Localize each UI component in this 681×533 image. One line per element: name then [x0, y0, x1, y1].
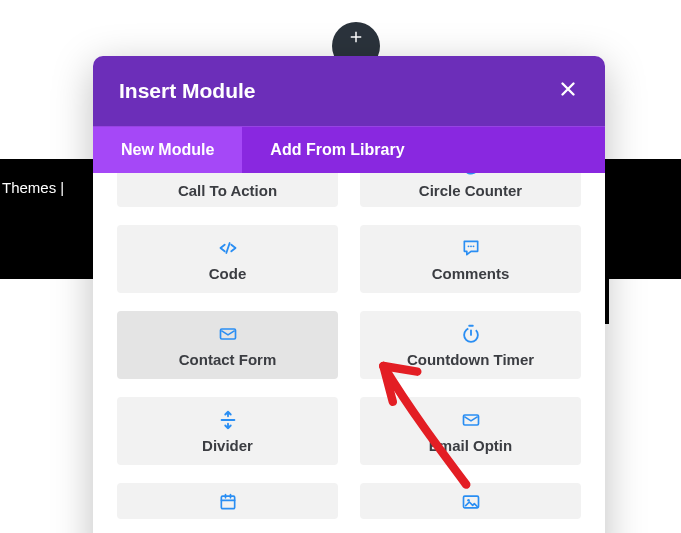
timer-icon — [460, 323, 482, 345]
module-item[interactable] — [360, 483, 581, 519]
modal-title: Insert Module — [119, 79, 256, 103]
svg-rect-7 — [221, 496, 234, 509]
module-divider[interactable]: Divider — [117, 397, 338, 465]
module-label: Countdown Timer — [407, 351, 534, 368]
modal-close-button[interactable] — [557, 78, 579, 104]
module-label: Contact Form — [179, 351, 277, 368]
module-call-to-action[interactable]: Call To Action — [117, 173, 338, 207]
code-icon — [216, 237, 240, 259]
modal-tabs: New Module Add From Library — [93, 126, 605, 173]
insert-module-modal: Insert Module New Module Add From Librar… — [93, 56, 605, 533]
module-label: Divider — [202, 437, 253, 454]
envelope-icon — [217, 323, 239, 345]
svg-point-1 — [467, 245, 469, 247]
module-contact-form[interactable]: Contact Form — [117, 311, 338, 379]
module-label: Email Optin — [429, 437, 512, 454]
plus-icon — [347, 28, 365, 46]
module-grid: Call To Action Circle Counter Code Comm — [117, 173, 581, 519]
svg-point-3 — [472, 245, 474, 247]
image-icon — [460, 491, 482, 513]
module-label: Circle Counter — [419, 182, 522, 199]
divider-icon — [217, 409, 239, 431]
module-code[interactable]: Code — [117, 225, 338, 293]
envelope-icon — [460, 409, 482, 431]
modal-header: Insert Module — [93, 56, 605, 126]
module-email-optin[interactable]: Email Optin — [360, 397, 581, 465]
close-icon — [557, 78, 579, 100]
comments-icon — [460, 237, 482, 259]
module-label: Code — [209, 265, 247, 282]
circle-counter-icon — [460, 173, 482, 177]
megaphone-icon — [217, 173, 239, 177]
module-countdown-timer[interactable]: Countdown Timer — [360, 311, 581, 379]
tab-add-from-library[interactable]: Add From Library — [242, 127, 432, 173]
tab-new-module[interactable]: New Module — [93, 127, 242, 173]
module-label: Call To Action — [178, 182, 277, 199]
breadcrumb-text: Themes | — [0, 179, 64, 196]
module-label: Comments — [432, 265, 510, 282]
module-item[interactable] — [117, 483, 338, 519]
svg-point-0 — [462, 173, 479, 176]
module-circle-counter[interactable]: Circle Counter — [360, 173, 581, 207]
calendar-icon — [217, 491, 239, 513]
modal-body: Call To Action Circle Counter Code Comm — [93, 173, 605, 533]
svg-point-2 — [470, 245, 472, 247]
module-comments[interactable]: Comments — [360, 225, 581, 293]
